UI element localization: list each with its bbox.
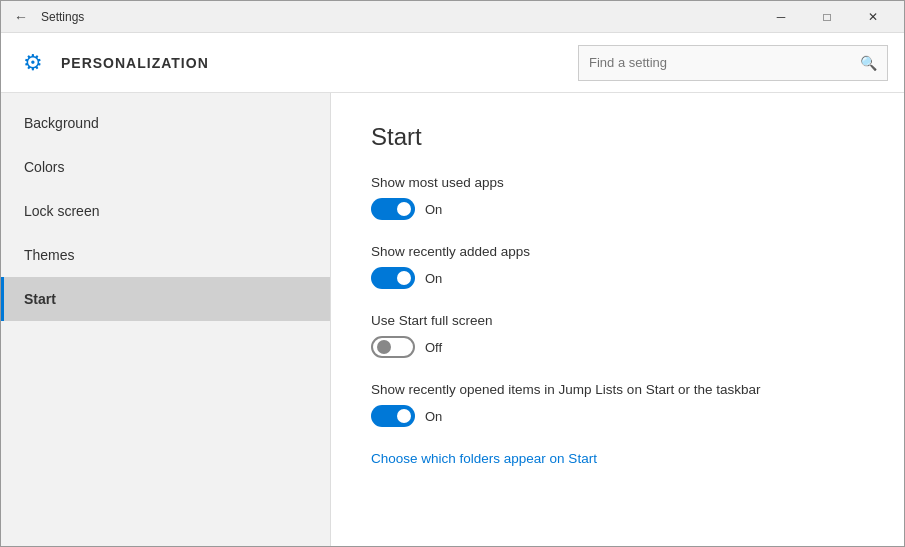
toggle-status-recently-added-apps: On	[425, 271, 442, 286]
window-controls: ─ □ ✕	[758, 1, 896, 33]
header: ⚙ PERSONALIZATION 🔍	[1, 33, 904, 93]
setting-recently-added-apps: Show recently added apps On	[371, 244, 864, 289]
back-button[interactable]: ←	[9, 5, 33, 29]
toggle-jump-lists[interactable]	[371, 405, 415, 427]
sidebar-item-colors[interactable]: Colors	[1, 145, 330, 189]
sidebar-item-lock-screen[interactable]: Lock screen	[1, 189, 330, 233]
toggle-status-jump-lists: On	[425, 409, 442, 424]
sidebar-item-themes[interactable]: Themes	[1, 233, 330, 277]
sidebar: Background Colors Lock screen Themes Sta…	[1, 93, 331, 547]
toggle-row-most-used-apps: On	[371, 198, 864, 220]
sidebar-item-start[interactable]: Start	[1, 277, 330, 321]
close-button[interactable]: ✕	[850, 1, 896, 33]
choose-folders-link[interactable]: Choose which folders appear on Start	[371, 451, 864, 466]
toggle-row-full-screen: Off	[371, 336, 864, 358]
setting-full-screen: Use Start full screen Off	[371, 313, 864, 358]
toggle-knob-recently-added-apps	[397, 271, 411, 285]
toggle-status-most-used-apps: On	[425, 202, 442, 217]
setting-most-used-apps: Show most used apps On	[371, 175, 864, 220]
toggle-row-recently-added-apps: On	[371, 267, 864, 289]
toggle-most-used-apps[interactable]	[371, 198, 415, 220]
main-layout: Background Colors Lock screen Themes Sta…	[1, 93, 904, 547]
sidebar-item-background[interactable]: Background	[1, 101, 330, 145]
setting-label-most-used-apps: Show most used apps	[371, 175, 864, 190]
search-input[interactable]	[589, 55, 860, 70]
setting-label-full-screen: Use Start full screen	[371, 313, 864, 328]
toggle-knob-most-used-apps	[397, 202, 411, 216]
main-content: Start Show most used apps On Show recent…	[331, 93, 904, 547]
minimize-button[interactable]: ─	[758, 1, 804, 33]
title-bar: ← Settings ─ □ ✕	[1, 1, 904, 33]
toggle-recently-added-apps[interactable]	[371, 267, 415, 289]
window-title: Settings	[41, 10, 758, 24]
setting-jump-lists: Show recently opened items in Jump Lists…	[371, 382, 864, 427]
toggle-status-full-screen: Off	[425, 340, 442, 355]
toggle-full-screen[interactable]	[371, 336, 415, 358]
personalization-icon: ⚙	[17, 47, 49, 79]
search-icon: 🔍	[860, 55, 877, 71]
maximize-button[interactable]: □	[804, 1, 850, 33]
toggle-knob-jump-lists	[397, 409, 411, 423]
toggle-row-jump-lists: On	[371, 405, 864, 427]
page-title: PERSONALIZATION	[61, 55, 578, 71]
section-title: Start	[371, 123, 864, 151]
toggle-knob-full-screen	[377, 340, 391, 354]
setting-label-jump-lists: Show recently opened items in Jump Lists…	[371, 382, 864, 397]
setting-label-recently-added-apps: Show recently added apps	[371, 244, 864, 259]
search-box[interactable]: 🔍	[578, 45, 888, 81]
